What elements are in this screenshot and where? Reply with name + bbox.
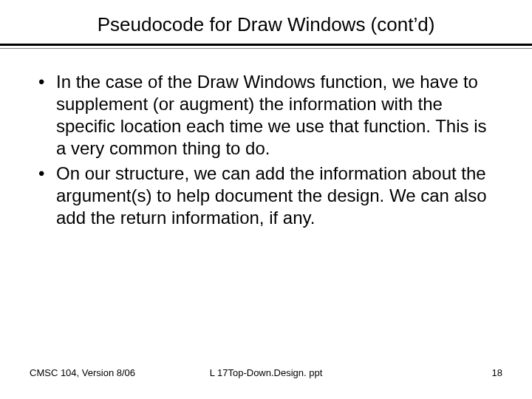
bullet-text: In the case of the Draw Windows function… — [56, 71, 497, 160]
divider-thin — [0, 48, 532, 49]
footer-left: CMSC 104, Version 8/06 — [30, 367, 135, 378]
title-divider — [0, 44, 532, 49]
bullet-text: On our structure, we can add the informa… — [56, 163, 497, 229]
divider-thick — [0, 44, 532, 46]
bullet-item: • On our structure, we can add the infor… — [35, 163, 497, 229]
bullet-marker: • — [35, 71, 56, 93]
footer-center: L 17Top-Down.Design. ppt — [210, 367, 323, 378]
footer-right: 18 — [492, 367, 502, 378]
slide-footer: CMSC 104, Version 8/06 L 17Top-Down.Desi… — [0, 367, 532, 378]
bullet-item: • In the case of the Draw Windows functi… — [35, 71, 497, 160]
slide-title: Pseudocode for Draw Windows (cont’d) — [30, 13, 502, 36]
slide: Pseudocode for Draw Windows (cont’d) • I… — [0, 0, 532, 399]
slide-body: • In the case of the Draw Windows functi… — [30, 71, 502, 229]
bullet-marker: • — [35, 163, 56, 185]
